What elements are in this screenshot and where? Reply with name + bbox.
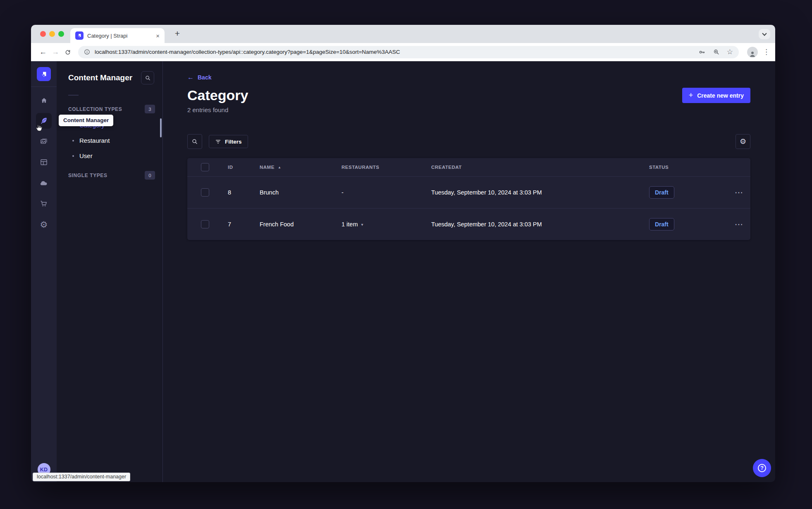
rail-divider [31,86,57,87]
subnav-search-button[interactable] [141,71,154,84]
sort-ascending-icon: ▲ [278,166,281,169]
rail-icon-list: ⚙ [36,92,52,232]
table-header-row: ID NAME ▲ RESTAURANTS CREATEDAT STATUS [187,158,750,176]
browser-forward-button[interactable]: → [49,48,62,56]
back-arrow-icon: ← [187,74,194,81]
plus-icon: + [689,91,693,99]
gear-icon: ⚙ [740,138,746,145]
browser-profile-avatar[interactable] [747,47,758,58]
column-header-label: NAME [260,165,275,170]
passwords-key-icon[interactable] [698,48,706,56]
column-header-status[interactable]: STATUS [649,165,728,170]
page-header: Category 2 entries found + Create new en… [187,88,750,113]
nav-settings-icon[interactable]: ⚙ [36,216,52,232]
filters-toolbar: Filters ⚙ [187,134,750,149]
create-new-entry-button[interactable]: + Create new entry [682,88,750,103]
sidebar-item-user[interactable]: User [57,148,162,163]
bullet-icon [72,155,74,157]
collection-types-section-header: COLLECTION TYPES 3 [57,105,162,113]
status-badge: Draft [649,218,674,230]
question-mark-icon: ? [758,464,766,472]
cell-name: French Food [260,221,342,228]
nav-content-type-builder-icon[interactable] [36,154,52,170]
main-nav-rail: ⚙ KD [31,61,57,482]
window-controls [40,31,64,37]
url-bar[interactable]: localhost:1337/admin/content-manager/col… [78,46,739,58]
cell-name: Brunch [260,189,342,196]
close-window-button[interactable] [40,31,46,37]
page-header-left: Category 2 entries found [187,88,248,113]
sidebar-item-label: User [79,152,93,159]
nav-marketplace-icon[interactable] [36,196,52,211]
table-row[interactable]: 8 Brunch - Tuesday, September 10, 2024 a… [187,176,750,208]
section-label: COLLECTION TYPES [68,106,122,112]
subnav-header: Content Manager [57,71,162,84]
filters-button[interactable]: Filters [209,135,248,148]
status-badge: Draft [649,186,674,199]
cursor-pointer-icon [34,124,43,132]
cell-id: 8 [228,189,260,196]
browser-tab[interactable]: Category | Strapi × [70,28,165,43]
subnav-title: Content Manager [68,73,132,82]
entries-count: 2 entries found [187,106,248,113]
section-label: SINGLE TYPES [68,173,107,178]
select-all-checkbox[interactable] [201,163,209,171]
column-header-id[interactable]: ID [228,165,260,170]
cell-createdat: Tuesday, September 10, 2024 at 3:03 PM [431,189,649,196]
column-header-createdat[interactable]: CREATEDAT [431,165,649,170]
chevron-down-icon [762,31,767,36]
column-header-name[interactable]: NAME ▲ [260,165,342,170]
cell-createdat: Tuesday, September 10, 2024 at 3:03 PM [431,221,649,228]
back-label: Back [198,74,211,81]
cell-restaurants: - [342,189,431,196]
single-types-count-badge: 0 [145,171,155,180]
page-title: Category [187,88,248,103]
maximize-window-button[interactable] [58,31,64,37]
row-checkbox[interactable] [201,188,209,197]
subnav-scrollbar[interactable] [160,118,162,137]
browser-menu-icon[interactable]: ⋮ [763,48,769,56]
link-preview-status-bar: localhost:1337/admin/content-manager [33,473,130,481]
tab-search-button[interactable] [759,29,770,39]
create-button-label: Create new entry [697,92,744,99]
nav-content-manager-icon[interactable] [36,113,52,129]
strapi-favicon-icon [75,31,84,40]
content-manager-tooltip: Content Manager [59,115,113,126]
tab-close-icon[interactable]: × [155,32,160,40]
table-row[interactable]: 7 French Food 1 item ▾ Tuesday, Septembe… [187,208,750,240]
cell-id: 7 [228,221,260,228]
zoom-icon[interactable] [713,48,720,55]
url-bar-icons: ☆ [698,48,733,56]
minimize-window-button[interactable] [49,31,55,37]
url-text[interactable]: localhost:1337/admin/content-manager/col… [95,49,694,55]
column-header-restaurants[interactable]: RESTAURANTS [342,165,431,170]
sidebar-item-restaurant[interactable]: Restaurant [57,133,162,148]
help-button[interactable]: ? [753,459,771,477]
nav-home-icon[interactable] [36,92,52,108]
site-info-icon[interactable] [84,49,90,55]
browser-back-button[interactable]: ← [37,48,49,56]
view-settings-button[interactable]: ⚙ [736,134,750,149]
filters-label: Filters [225,139,242,145]
tab-title: Category | Strapi [87,33,151,39]
caret-down-icon: ▾ [361,222,363,227]
new-tab-button[interactable]: + [172,29,183,38]
cell-restaurants[interactable]: 1 item ▾ [342,221,431,228]
browser-reload-button[interactable] [62,49,74,55]
back-link[interactable]: ← Back [187,74,211,81]
nav-cloud-icon[interactable] [36,175,52,191]
browser-tab-strip: Category | Strapi × + [31,25,775,43]
browser-toolbar: ← → localhost:1337/admin/content-manager… [31,43,775,61]
row-checkbox[interactable] [201,220,209,228]
table-search-button[interactable] [187,134,202,149]
gear-icon: ⚙ [40,220,48,229]
sidebar-item-label: Restaurant [79,137,110,144]
relation-count-label: 1 item [342,221,358,228]
strapi-logo[interactable] [37,67,51,81]
subnav-divider [68,95,79,96]
nav-media-library-icon[interactable] [36,134,52,149]
single-types-section-header: SINGLE TYPES 0 [57,171,162,180]
browser-window: Category | Strapi × + ← → localhost:1337… [31,25,775,482]
bookmark-star-icon[interactable]: ☆ [727,48,733,55]
bullet-icon [72,140,74,142]
